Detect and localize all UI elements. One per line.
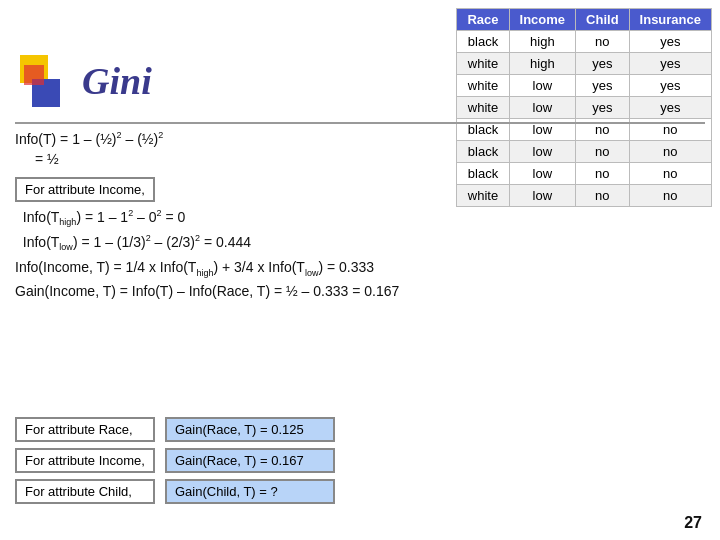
gini-logo <box>20 55 72 107</box>
col-race: Race <box>457 9 509 31</box>
for-income-label: For attribute Income, <box>15 177 155 202</box>
row3-left: For attribute Child, <box>15 479 155 504</box>
table-row: whitelowyesyes <box>457 75 712 97</box>
row2-right: Gain(Race, T) = 0.167 <box>165 448 335 473</box>
info-t-line: Info(T) = 1 – (½)2 – (½)2 <box>15 130 705 147</box>
formula-gain-income: Gain(Income, T) = Info(T) – Info(Race, T… <box>15 283 705 299</box>
table-row: whitelowyesyes <box>457 97 712 119</box>
table-cell: high <box>509 31 576 53</box>
table-cell: low <box>509 97 576 119</box>
bottom-boxes: For attribute Race, Gain(Race, T) = 0.12… <box>15 417 335 510</box>
table-cell: no <box>576 31 630 53</box>
for-income-box: For attribute Income, <box>15 171 705 208</box>
table-cell: white <box>457 75 509 97</box>
bottom-row-2: For attribute Income, Gain(Race, T) = 0.… <box>15 448 335 473</box>
formula-info-income: Info(Income, T) = 1/4 x Info(Thigh) + 3/… <box>15 259 705 278</box>
table-cell: yes <box>629 75 711 97</box>
table-cell: yes <box>629 31 711 53</box>
bottom-row-3: For attribute Child, Gain(Child, T) = ? <box>15 479 335 504</box>
formula-low: Info(Tlow) = 1 – (1/3)2 – (2/3)2 = 0.444 <box>15 233 705 252</box>
row1-right: Gain(Race, T) = 0.125 <box>165 417 335 442</box>
table-row: blackhighnoyes <box>457 31 712 53</box>
col-child: Child <box>576 9 630 31</box>
title-area: Gini <box>20 55 152 107</box>
row3-right: Gain(Child, T) = ? <box>165 479 335 504</box>
table-cell: yes <box>629 53 711 75</box>
table-row: whitehighyesyes <box>457 53 712 75</box>
bottom-row-1: For attribute Race, Gain(Race, T) = 0.12… <box>15 417 335 442</box>
table-cell: white <box>457 53 509 75</box>
logo-red <box>24 65 44 85</box>
table-cell: yes <box>576 53 630 75</box>
table-cell: yes <box>629 97 711 119</box>
table-cell: yes <box>576 97 630 119</box>
row1-left: For attribute Race, <box>15 417 155 442</box>
table-cell: black <box>457 31 509 53</box>
page-number: 27 <box>684 514 702 532</box>
row2-left: For attribute Income, <box>15 448 155 473</box>
table-cell: yes <box>576 75 630 97</box>
info-t-line2: = ½ <box>35 151 705 167</box>
title-underline <box>15 122 705 124</box>
col-insurance: Insurance <box>629 9 711 31</box>
table-cell: low <box>509 75 576 97</box>
table-cell: high <box>509 53 576 75</box>
content-area: Info(T) = 1 – (½)2 – (½)2 = ½ For attrib… <box>15 130 705 305</box>
formula-high: Info(Thigh) = 1 – 12 – 02 = 0 <box>15 208 705 227</box>
col-income: Income <box>509 9 576 31</box>
page-title: Gini <box>82 59 152 103</box>
table-cell: white <box>457 97 509 119</box>
